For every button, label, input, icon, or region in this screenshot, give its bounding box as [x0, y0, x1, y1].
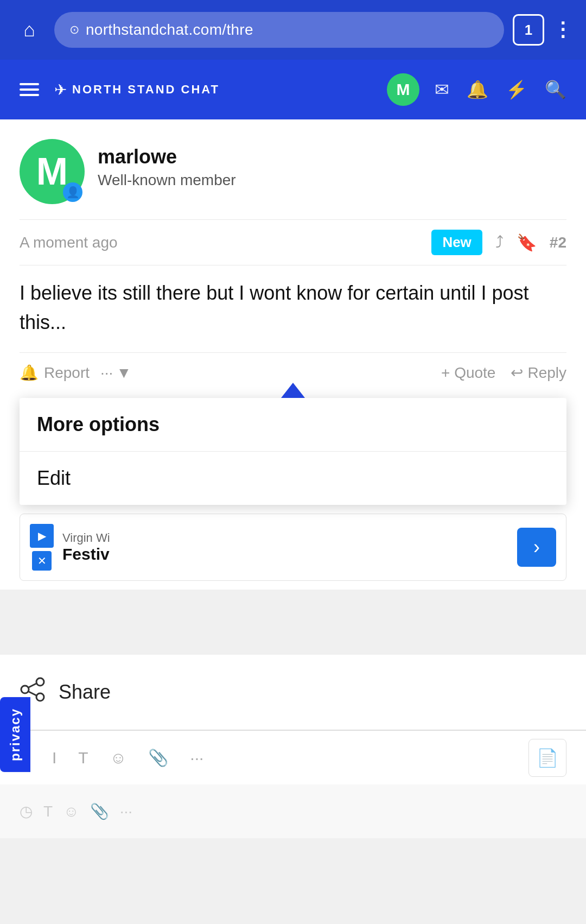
badge-new: New — [431, 230, 482, 255]
bell-report-icon: 🔔 — [20, 364, 39, 382]
header-icons: ✉ 🔔 ⚡ 🔍 — [435, 79, 566, 100]
dropdown-container: More options Edit — [0, 398, 586, 505]
browser-home-button[interactable]: ⌂ — [13, 14, 46, 46]
post-body: I believe its still there but I wont kno… — [20, 265, 566, 352]
mail-icon[interactable]: ✉ — [435, 79, 449, 100]
ad-arrow-icon: › — [533, 536, 540, 559]
post-meta-actions: New ⤴ 🔖 #2 — [431, 230, 566, 255]
reply-label: Reply — [527, 364, 566, 382]
ad-banner[interactable]: ▶ ✕ Virgin Wi Festiv › — [20, 514, 566, 581]
svg-point-0 — [36, 678, 44, 686]
privacy-tab[interactable]: privacy — [0, 697, 30, 772]
share-section: Share — [0, 655, 586, 730]
bell-icon[interactable]: 🔔 — [467, 79, 488, 100]
post-number: #2 — [550, 234, 566, 251]
quote-button[interactable]: + Quote — [441, 364, 495, 382]
hamburger-menu-button[interactable] — [20, 83, 39, 96]
author-info: marlowe Well-known member — [98, 139, 566, 189]
ad-title: Festiv — [62, 545, 508, 564]
logo-bird-icon: ✈ — [54, 81, 67, 99]
svg-point-2 — [36, 693, 44, 701]
post-meta-row: A moment ago New ⤴ 🔖 #2 — [20, 219, 566, 265]
reply-icon: ↩ — [511, 364, 523, 382]
svg-line-3 — [29, 683, 36, 687]
user-initial-header: M — [397, 80, 410, 99]
logo-text: NORTH STAND CHAT — [72, 83, 220, 97]
author-initial: M — [36, 150, 68, 193]
site-header: ✈ NORTH STAND CHAT M ✉ 🔔 ⚡ 🔍 — [0, 60, 586, 119]
ad-icon-wrap: ▶ ✕ — [30, 524, 54, 571]
bookmark-icon[interactable]: 🔖 — [517, 233, 537, 252]
author-avatar-wrap: M 👤 — [20, 139, 85, 204]
ad-play-icon: ▶ — [30, 524, 54, 548]
author-badge-icon: 👤 — [63, 182, 82, 202]
author-role: Well-known member — [98, 172, 566, 189]
search-icon[interactable]: 🔍 — [545, 79, 566, 100]
url-icon: ⊙ — [69, 23, 79, 37]
svg-point-1 — [21, 686, 29, 693]
user-avatar-header[interactable]: M — [387, 73, 419, 106]
browser-url-bar[interactable]: ⊙ northstandchat.com/thre — [54, 12, 504, 48]
browser-tab-button[interactable]: 1 — [513, 14, 544, 46]
badge-person-icon: 👤 — [66, 186, 80, 199]
post-author-row: M 👤 marlowe Well-known member — [20, 139, 566, 219]
post-timestamp: A moment ago — [20, 234, 118, 251]
svg-line-4 — [29, 692, 36, 695]
action-left: 🔔 Report ··· ▼ — [20, 364, 131, 382]
lightning-icon[interactable]: ⚡ — [506, 79, 527, 100]
toolbar-icon-3[interactable]: T — [78, 749, 88, 767]
home-icon: ⌂ — [23, 18, 35, 41]
more-dots-label: ··· — [100, 364, 113, 382]
author-name[interactable]: marlowe — [98, 145, 566, 168]
editor-icon-4[interactable]: 📎 — [90, 802, 109, 820]
share-meta-icon[interactable]: ⤴ — [495, 233, 504, 252]
url-text: northstandchat.com/thre — [86, 21, 253, 39]
browser-more-button[interactable]: ⋮ — [553, 18, 573, 41]
hamburger-line-1 — [20, 83, 39, 85]
ad-text-wrap: Virgin Wi Festiv — [62, 531, 508, 564]
hamburger-line-3 — [20, 94, 39, 96]
more-icon: ⋮ — [553, 18, 573, 41]
gray-section — [0, 590, 586, 655]
edit-label: Edit — [37, 467, 71, 490]
dropdown-item-edit[interactable]: Edit — [20, 452, 566, 505]
report-label: Report — [44, 364, 90, 382]
more-options-button[interactable]: ··· ▼ — [100, 364, 131, 382]
editor-icon-3[interactable]: ☺ — [63, 803, 79, 820]
post-container: M 👤 marlowe Well-known member A moment a… — [0, 119, 586, 398]
editor-icon-1[interactable]: ◷ — [20, 802, 33, 820]
hamburger-line-2 — [20, 88, 39, 91]
report-button[interactable]: 🔔 Report — [20, 364, 90, 382]
bottom-toolbar: B I T ☺ 📎 ··· 📄 — [0, 730, 586, 784]
browser-bar: ⌂ ⊙ northstandchat.com/thre 1 ⋮ — [0, 0, 586, 60]
editor-icon-2[interactable]: T — [43, 803, 53, 820]
toolbar-icon-4[interactable]: ☺ — [110, 749, 127, 767]
privacy-label: privacy — [8, 708, 22, 761]
file-icon: 📄 — [537, 748, 558, 768]
editor-icon-5[interactable]: ··· — [120, 803, 132, 820]
toolbar-icon-2[interactable]: I — [52, 749, 56, 767]
main-content: M 👤 marlowe Well-known member A moment a… — [0, 119, 586, 838]
quote-label: + Quote — [441, 364, 495, 382]
ad-arrow-button[interactable]: › — [517, 528, 556, 567]
chevron-down-icon: ▼ — [116, 364, 131, 382]
post-text: I believe its still there but I wont kno… — [20, 279, 566, 337]
dropdown-arrow — [281, 383, 305, 398]
share-label: Share — [59, 681, 111, 704]
ad-close-icon[interactable]: ✕ — [32, 551, 52, 571]
ad-company: Virgin Wi — [62, 531, 508, 545]
site-logo: ✈ NORTH STAND CHAT — [54, 81, 372, 99]
editor-file-button[interactable]: 📄 — [528, 739, 566, 777]
bottom-editor: ◷ T ☺ 📎 ··· — [0, 784, 586, 838]
toolbar-icon-5[interactable]: 📎 — [148, 748, 168, 767]
tab-count: 1 — [525, 22, 532, 39]
bottom-section: B I T ☺ 📎 ··· 📄 ◷ T ☺ 📎 ··· — [0, 730, 586, 838]
dropdown-header: More options — [20, 398, 566, 452]
action-right: + Quote ↩ Reply — [441, 364, 566, 382]
reply-button[interactable]: ↩ Reply — [511, 364, 566, 382]
toolbar-icon-more[interactable]: ··· — [190, 749, 203, 767]
dropdown-menu: More options Edit — [20, 398, 566, 505]
